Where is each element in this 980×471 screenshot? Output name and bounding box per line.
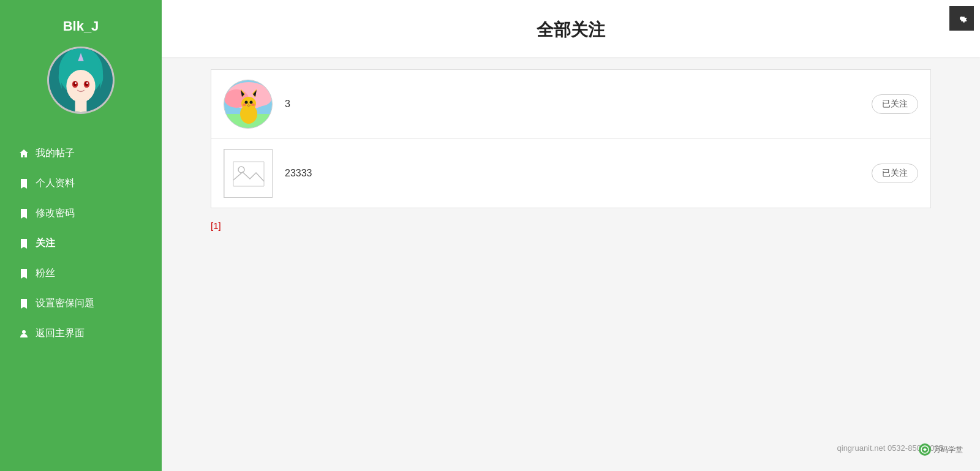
sidebar-item-fans[interactable]: 粉丝 — [0, 258, 162, 288]
sidebar-item-change-password[interactable]: 修改密码 — [0, 198, 162, 228]
sidebar-item-my-posts[interactable]: 我的帖子 — [0, 138, 162, 168]
nav-label-fans: 粉丝 — [36, 267, 55, 280]
pagination-link-1[interactable]: [1] — [211, 220, 221, 231]
home-icon — [18, 148, 29, 159]
watermark: 万码学堂 — [919, 440, 968, 459]
page-title-area: 全部关注 — [162, 0, 980, 57]
sidebar-avatar — [47, 47, 115, 114]
nav-label-following: 关注 — [36, 237, 55, 250]
sidebar-item-profile[interactable]: 个人资料 — [0, 168, 162, 198]
settings-button[interactable] — [949, 6, 974, 31]
sidebar-item-back-main[interactable]: 返回主界面 — [0, 318, 162, 349]
watermark-label: 万码学堂 — [933, 445, 963, 455]
follow-avatar-1 — [224, 80, 273, 129]
nav-label-my-posts: 我的帖子 — [36, 147, 75, 160]
svg-point-19 — [241, 97, 256, 110]
follow-list: 3 已关注 23333 已关注 — [211, 69, 931, 208]
pagination: [1] — [211, 208, 931, 243]
nav-label-profile: 个人资料 — [36, 177, 75, 190]
svg-point-24 — [245, 101, 248, 104]
svg-rect-29 — [224, 149, 273, 198]
svg-point-25 — [250, 101, 253, 104]
bookmark-icon-3 — [18, 238, 29, 249]
svg-point-10 — [86, 82, 88, 84]
nav-label-security-question: 设置密保问题 — [36, 297, 94, 310]
followed-button-2[interactable]: 已关注 — [872, 164, 918, 183]
svg-point-12 — [22, 330, 26, 334]
bookmark-icon-2 — [18, 208, 29, 219]
nav-label-back-main: 返回主界面 — [36, 327, 85, 340]
watermark-logo — [919, 443, 931, 456]
svg-point-3 — [66, 70, 95, 102]
sidebar-item-following[interactable]: 关注 — [0, 228, 162, 258]
page-title: 全部关注 — [162, 18, 980, 42]
follow-item-1: 3 已关注 — [211, 70, 930, 139]
content-area: 3 已关注 23333 已关注 — [162, 69, 980, 243]
follow-username-1: 3 — [285, 99, 872, 110]
sidebar-nav: 我的帖子 个人资料 修改密码 — [0, 138, 162, 349]
sidebar: Blk_J — [0, 0, 162, 471]
svg-rect-11 — [75, 99, 87, 112]
gear-icon — [956, 12, 968, 24]
nav-label-change-password: 修改密码 — [36, 207, 75, 220]
sidebar-username: Blk_J — [63, 18, 99, 34]
svg-point-27 — [251, 104, 255, 106]
svg-point-9 — [75, 82, 77, 84]
follow-item-2: 23333 已关注 — [211, 139, 930, 208]
watermark-icon — [921, 445, 929, 454]
svg-point-26 — [243, 104, 246, 106]
person-icon — [18, 328, 29, 339]
bookmark-icon-5 — [18, 298, 29, 309]
sidebar-item-security-question[interactable]: 设置密保问题 — [0, 288, 162, 318]
bookmark-icon-1 — [18, 178, 29, 189]
follow-avatar-2 — [224, 149, 273, 198]
follow-username-2: 23333 — [285, 168, 872, 179]
bookmark-icon-4 — [18, 268, 29, 279]
svg-point-28 — [248, 104, 249, 105]
followed-button-1[interactable]: 已关注 — [872, 94, 918, 114]
main-content: 全部关注 — [162, 0, 980, 471]
